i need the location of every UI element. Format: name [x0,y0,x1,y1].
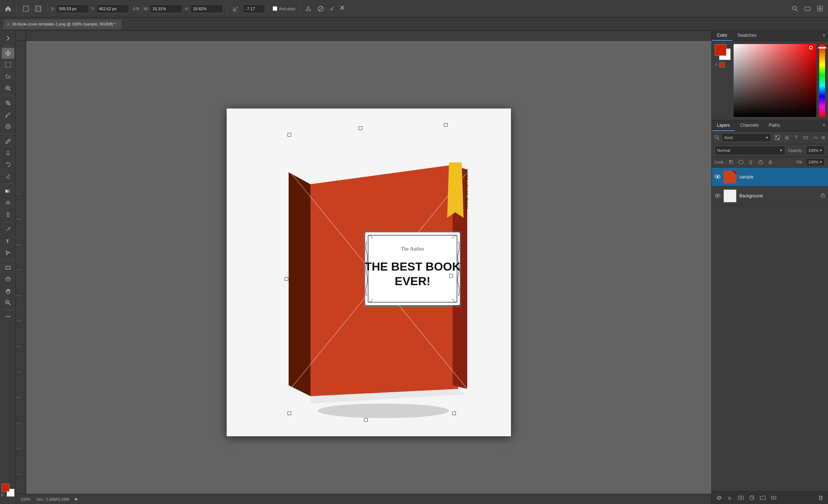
status-expand-button[interactable]: ▶ [75,497,78,501]
tab-close-icon[interactable]: × [7,21,10,27]
filter-adjustment-icon[interactable] [783,134,791,142]
quick-select-tool[interactable] [2,83,14,94]
rectangle-tool[interactable] [2,262,14,273]
lock-pixels-button[interactable] [727,158,735,166]
antialias-checkbox[interactable] [273,6,277,11]
transform-tool[interactable] [33,4,43,14]
tab-layers[interactable]: Layers [712,120,735,131]
move-tool[interactable] [2,48,14,59]
filter-type-icon[interactable]: T [792,134,800,142]
pen-tool[interactable] [2,224,14,235]
history-brush-tool[interactable] [2,159,14,170]
blend-mode-dropdown[interactable]: Normal ▼ [715,146,785,155]
foreground-color-swatch[interactable] [1,484,9,492]
extra-tools[interactable] [4,312,12,321]
home-button[interactable] [3,4,13,14]
color-hue-slider[interactable] [819,44,825,117]
type-tool[interactable]: T [2,236,14,247]
clone-stamp-tool[interactable] [2,147,14,158]
path-selection-tool[interactable] [2,247,14,258]
y-input[interactable] [96,4,129,13]
cancel-button[interactable] [339,4,346,13]
delete-layer-button[interactable] [816,493,825,502]
tab-swatches[interactable]: Swatches [733,31,762,41]
transform-handle-tr[interactable] [444,123,448,127]
marquee-tool[interactable] [2,59,14,70]
opacity-dropdown[interactable]: 100% ▼ [806,146,825,155]
h-input[interactable] [190,4,223,13]
layer-name-sample: sample [739,174,825,180]
adjustment-layer-button[interactable] [747,493,756,502]
warning-icon[interactable]: ⚠ [715,62,718,67]
transform-handle-br[interactable] [452,412,456,415]
hue-cursor[interactable] [818,47,826,48]
layer-visibility-toggle-sample[interactable] [715,174,720,180]
filter-smart-icon[interactable] [811,134,819,142]
arrange-icon[interactable] [815,4,825,14]
color-gradient-picker[interactable] [734,44,816,117]
filter-pixel-icon[interactable] [773,134,781,142]
tab-color[interactable]: Color [712,31,733,41]
link-layers-button[interactable] [715,493,723,502]
link-icon[interactable] [131,4,141,14]
transform-handle-bc[interactable] [364,418,368,422]
lock-position-button[interactable] [747,158,755,166]
layer-effects-button[interactable]: fx [726,493,734,502]
rectangle-marquee-tool[interactable] [21,4,31,14]
hand-tool[interactable] [2,286,14,296]
healing-brush-tool[interactable] [2,121,14,132]
expand-arrow[interactable] [2,33,14,44]
antialias-check[interactable]: Anti-alias [273,6,295,11]
3d-tool[interactable] [2,274,14,285]
document-tab[interactable]: × 3d-book-cover-template-1.png @ 100% (s… [3,19,122,29]
layer-item-sample[interactable]: sample [712,168,828,186]
filter-toggle-circle[interactable] [821,136,825,139]
fill-dropdown[interactable]: 100% ▼ [806,158,825,166]
default-colors-icon[interactable]: D [1,493,4,497]
layers-panel-menu-icon[interactable]: ≡ [820,120,828,131]
color-indicator[interactable] [719,62,724,67]
tab-paths[interactable]: Paths [764,120,785,131]
lock-all-button[interactable] [766,158,774,166]
eraser-tool[interactable] [2,171,14,182]
transform-handle-mr[interactable] [449,274,453,277]
panel-menu-icon[interactable]: ≡ [820,31,828,41]
gradient-tool[interactable] [2,186,14,197]
dodge-tool[interactable] [2,209,14,220]
filter-shape-icon[interactable] [802,134,810,142]
layer-item-background[interactable]: Background [712,186,828,205]
canvas-area[interactable]: -300 -200 -100 0 100 200 300 400 500 600… [16,31,711,504]
tab-channels[interactable]: Channels [735,120,764,131]
filter-kind-dropdown[interactable]: Kind ▼ [722,133,771,142]
transform-handle-tl[interactable] [288,133,291,137]
transform-handle-tc[interactable] [359,126,362,130]
brush-tool[interactable] [2,136,14,147]
w-input[interactable] [150,4,183,13]
blur-tool[interactable] [2,197,14,208]
commit-button[interactable]: ✓ [329,5,335,13]
lock-artboard-button[interactable] [737,158,745,166]
lasso-tool[interactable] [2,71,14,82]
transform-handle-ml[interactable] [285,277,288,281]
zoom-tool[interactable] [2,297,14,308]
foreground-color-chip[interactable] [715,44,726,56]
transform-handle-bl[interactable] [288,412,291,415]
angle-input[interactable] [243,4,265,13]
document-canvas[interactable]: HARD-COVER BOOK The Autho [227,109,511,436]
main-swatch-box [715,44,731,60]
lock-artboard-2-button[interactable] [757,158,765,166]
screen-mode-icon[interactable] [802,4,813,14]
crop-tool[interactable] [2,98,14,109]
canvas-document-area[interactable]: HARD-COVER BOOK The Autho [26,41,711,504]
svg-point-26 [318,403,449,418]
add-mask-button[interactable] [737,493,745,502]
x-input[interactable] [56,4,89,13]
new-layer-button[interactable] [769,493,778,502]
eyedropper-tool[interactable] [2,109,14,120]
puppet-warp-icon[interactable] [303,4,313,14]
layer-visibility-toggle-background[interactable] [715,193,720,199]
new-group-button[interactable] [758,493,767,502]
no-icon[interactable] [316,4,326,14]
gradient-cursor[interactable] [809,46,813,50]
search-icon[interactable] [790,4,800,14]
